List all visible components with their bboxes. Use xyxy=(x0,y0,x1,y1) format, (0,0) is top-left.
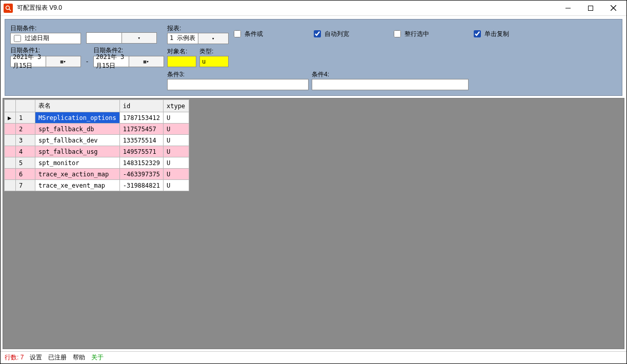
cell-name[interactable]: spt_fallback_dev xyxy=(35,135,120,146)
row-marker xyxy=(5,169,16,180)
chevron-down-icon: ▾ xyxy=(198,33,229,44)
table-row[interactable]: 2spt_fallback_db117575457U xyxy=(5,124,189,135)
maximize-button[interactable] xyxy=(579,1,602,15)
svg-rect-3 xyxy=(589,6,593,10)
checkbox-rowselect-label: 整行选中 xyxy=(404,30,429,38)
table-row[interactable]: ▶1MSreplication_options1787153412U xyxy=(5,112,189,124)
date2-block: 日期条件2: 2021年 3月15日 ▦▾ xyxy=(93,46,164,67)
cell-name[interactable]: trace_xe_event_map xyxy=(35,180,120,191)
cond3-input[interactable] xyxy=(167,79,309,90)
date-section-label: 日期条件: xyxy=(10,24,81,33)
row-number: 2 xyxy=(16,124,35,135)
row-marker xyxy=(5,180,16,191)
row-marker xyxy=(5,135,16,146)
grid-header-name[interactable]: 表名 xyxy=(35,100,120,112)
grid-header-marker[interactable] xyxy=(5,100,16,112)
cell-xtype[interactable]: U xyxy=(163,112,189,124)
cell-xtype[interactable]: U xyxy=(163,124,189,135)
checkbox-or[interactable]: 条件或 xyxy=(232,29,309,39)
cell-xtype[interactable]: U xyxy=(163,169,189,180)
header-row: 表名 id xtype xyxy=(5,100,189,112)
row-number: 1 xyxy=(16,112,35,124)
cell-name[interactable]: spt_monitor xyxy=(35,157,120,169)
grid-header-id[interactable]: id xyxy=(119,100,163,112)
grid-header-xtype[interactable]: xtype xyxy=(163,100,189,112)
cell-id[interactable]: -463397375 xyxy=(119,169,163,180)
cell-name[interactable]: MSreplication_options xyxy=(35,112,120,124)
close-button[interactable] xyxy=(602,1,624,15)
filter-date-checkbox-input[interactable] xyxy=(14,35,21,42)
filter-date-checkbox[interactable]: 过滤日期 xyxy=(10,33,81,44)
checkbox-clickcopy-input[interactable] xyxy=(474,30,481,37)
cell-xtype[interactable]: U xyxy=(163,180,189,191)
cell-id[interactable]: 1787153412 xyxy=(119,112,163,124)
table-row[interactable]: 6trace_xe_action_map-463397375U xyxy=(5,169,189,180)
checkbox-autowidth[interactable]: 自动列宽 xyxy=(312,29,389,39)
cell-id[interactable]: 133575514 xyxy=(119,135,163,146)
cell-xtype[interactable]: U xyxy=(163,135,189,146)
cell-name[interactable]: trace_xe_action_map xyxy=(35,169,120,180)
calendar-icon: ▦▾ xyxy=(46,56,81,67)
cell-id[interactable]: 149575571 xyxy=(119,146,163,157)
checkbox-or-input[interactable] xyxy=(234,30,241,37)
cell-name[interactable]: spt_fallback_db xyxy=(35,124,120,135)
checkbox-clickcopy-label: 单击复制 xyxy=(484,30,509,38)
checkbox-clickcopy[interactable]: 单击复制 xyxy=(472,29,627,39)
table-row[interactable]: 4spt_fallback_usg149575571U xyxy=(5,146,189,157)
report-combo[interactable]: 1 示例表 ▾ xyxy=(167,33,229,44)
status-bar: 行数: 7 设置 已注册 帮助 关于 xyxy=(1,351,626,363)
date-section-block: 日期条件: 过滤日期 xyxy=(10,24,81,44)
row-number: 6 xyxy=(16,169,35,180)
row-number: 5 xyxy=(16,157,35,169)
checkbox-autowidth-label: 自动列宽 xyxy=(325,30,349,38)
data-grid[interactable]: 表名 id xtype ▶1MSreplication_options17871… xyxy=(4,99,189,191)
type-label: 类型: xyxy=(199,47,229,56)
grid-header-rownum[interactable] xyxy=(16,100,35,112)
checkbox-rowselect[interactable]: 整行选中 xyxy=(392,29,469,39)
minimize-button[interactable] xyxy=(557,1,579,15)
date1-block: 日期条件1: 2021年 3月15日 ▦▾ xyxy=(10,46,81,67)
window-title: 可配置报表 V9.0 xyxy=(17,4,62,12)
svg-line-1 xyxy=(9,9,11,11)
status-registered[interactable]: 已注册 xyxy=(48,353,67,362)
obj-type-block: 对象名: 类型: xyxy=(167,47,229,67)
row-number: 4 xyxy=(16,146,35,157)
cell-id[interactable]: -319884821 xyxy=(119,180,163,191)
report-label: 报表: xyxy=(167,24,229,33)
table-row[interactable]: 7trace_xe_event_map-319884821U xyxy=(5,180,189,191)
data-grid-area: 表名 id xtype ▶1MSreplication_options17871… xyxy=(3,98,624,349)
cell-id[interactable]: 1483152329 xyxy=(119,157,163,169)
date2-value: 2021年 3月15日 xyxy=(94,53,129,70)
filter-date-checkbox-label: 过滤日期 xyxy=(25,34,49,43)
row-marker xyxy=(5,157,16,169)
filter-panel: 报表: 1 示例表 ▾ 条件或 自动列宽 整行选中 单击复制 日期条件: 过滤日… xyxy=(5,19,622,96)
checkbox-rowselect-input[interactable] xyxy=(394,30,401,37)
report-block: 报表: 1 示例表 ▾ xyxy=(167,24,229,44)
chevron-down-icon: ▾ xyxy=(122,33,157,43)
date2-picker[interactable]: 2021年 3月15日 ▦▾ xyxy=(93,56,164,67)
checkbox-autowidth-input[interactable] xyxy=(314,30,321,37)
app-icon xyxy=(4,4,13,13)
date-type-combo[interactable]: ▾ xyxy=(86,32,157,44)
status-settings[interactable]: 设置 xyxy=(30,353,42,362)
table-row[interactable]: 5spt_monitor1483152329U xyxy=(5,157,189,169)
row-number: 7 xyxy=(16,180,35,191)
cond4-input[interactable] xyxy=(312,79,469,90)
status-about[interactable]: 关于 xyxy=(91,353,104,362)
date-dropdown-block: ▾ xyxy=(86,25,157,44)
cond3-label: 条件3: xyxy=(167,70,309,79)
cell-xtype[interactable]: U xyxy=(163,146,189,157)
calendar-icon: ▦▾ xyxy=(129,56,164,67)
status-help[interactable]: 帮助 xyxy=(73,353,85,362)
cell-xtype[interactable]: U xyxy=(163,157,189,169)
type-input[interactable] xyxy=(199,56,229,67)
row-marker: ▶ xyxy=(5,112,16,124)
row-number: 3 xyxy=(16,135,35,146)
date1-picker[interactable]: 2021年 3月15日 ▦▾ xyxy=(10,56,81,67)
table-row[interactable]: 3spt_fallback_dev133575514U xyxy=(5,135,189,146)
titlebar: 可配置报表 V9.0 xyxy=(1,1,626,16)
cell-name[interactable]: spt_fallback_usg xyxy=(35,146,120,157)
date1-value: 2021年 3月15日 xyxy=(11,53,46,70)
cell-id[interactable]: 117575457 xyxy=(119,124,163,135)
obj-input[interactable] xyxy=(167,56,196,67)
